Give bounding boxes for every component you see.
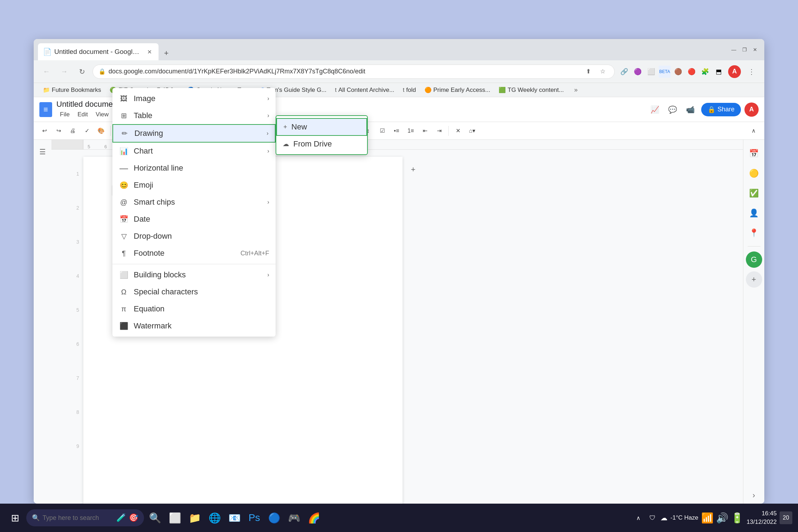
clear-format-button[interactable]: ✕ — [451, 124, 464, 137]
ext-red-icon[interactable]: 🔴 — [686, 66, 698, 78]
taskbar-app3-button[interactable]: 🌈 — [305, 509, 323, 527]
maps-sidebar-button[interactable]: 📍 — [746, 225, 762, 241]
share-button[interactable]: 🔒 Share — [701, 103, 741, 116]
menu-item-image[interactable]: 🖼 Image › — [112, 97, 276, 107]
battery-icon[interactable]: 🔋 — [731, 511, 744, 524]
tasks-sidebar-button[interactable]: ✅ — [746, 185, 762, 201]
contacts-sidebar-button[interactable]: 👤 — [746, 205, 762, 221]
tray-antivirus[interactable]: 🛡 — [646, 511, 659, 524]
menu-item-watermark[interactable]: ⬛ Watermark — [112, 317, 276, 334]
taskbar-edge-button[interactable]: 🌐 — [206, 509, 223, 527]
gemini-button[interactable]: G — [746, 251, 762, 268]
maximize-button[interactable]: ❐ — [739, 45, 749, 55]
bullet-list-button[interactable]: •≡ — [390, 124, 403, 137]
numbered-list-button[interactable]: 1≡ — [404, 124, 417, 137]
submenu-item-drive[interactable]: ☁ From Drive — [276, 136, 367, 152]
expand-sidebar-button[interactable]: › — [746, 487, 762, 504]
tray-weather[interactable]: ☁ — [660, 514, 667, 522]
bookmark-content[interactable]: t All Content Archive... — [332, 85, 398, 95]
activity-button[interactable]: 📈 — [648, 102, 662, 117]
hline-menu-icon: — — [119, 163, 129, 173]
menu-item-drawing[interactable]: ✏ Drawing › — [112, 124, 276, 143]
taskbar-app1-button[interactable]: 🔵 — [265, 509, 283, 527]
bookmark-button[interactable]: ☆ — [597, 66, 609, 78]
redo-button[interactable]: ↪ — [52, 124, 65, 137]
taskbar-view-button[interactable]: ⬜ — [166, 509, 184, 527]
paint-format-button[interactable]: 🎨 — [95, 124, 107, 137]
checklist-button[interactable]: ☑ — [376, 124, 389, 137]
start-button[interactable]: ⊞ — [6, 509, 24, 527]
bookmark-prime[interactable]: 🟠 Prime Early Access... — [421, 85, 494, 95]
ext-brown-icon[interactable]: 🟤 — [672, 66, 684, 78]
expand-button[interactable]: + — [406, 162, 420, 177]
menu-item-date[interactable]: 📅 Date — [112, 211, 276, 228]
outline-icon[interactable]: ☰ — [36, 145, 49, 158]
user-avatar[interactable]: A — [744, 102, 759, 117]
bookmark-tg[interactable]: 🟩 TG Weekly content... — [495, 85, 567, 95]
menu-item-emoji[interactable]: 😊 Emoji — [112, 177, 276, 194]
ext-purple-icon[interactable]: 🟣 — [632, 66, 644, 78]
print-button[interactable]: 🖨 — [66, 124, 79, 137]
notification-button[interactable]: 20 — [780, 511, 792, 524]
active-tab[interactable]: 📄 Untitled document - Google Doc ✕ — [38, 43, 159, 60]
menu-item-footnote[interactable]: ¶ Footnote Ctrl+Alt+F — [112, 245, 276, 262]
bookmark-fold[interactable]: t fold — [399, 85, 420, 95]
spell-check-button[interactable]: ✓ — [81, 124, 93, 137]
window-controls: — ❐ ✕ — [729, 45, 760, 55]
menu-item-specialchars[interactable]: Ω Special characters — [112, 283, 276, 300]
nav-forward-button[interactable]: → — [57, 65, 71, 79]
menu-item-smartchips[interactable]: @ Smart chips › — [112, 194, 276, 211]
taskbar-search-input[interactable] — [43, 514, 113, 522]
share-page-button[interactable]: ⬆ — [582, 66, 594, 78]
ext-sidebar-icon[interactable]: ⬒ — [713, 66, 725, 78]
menu-item-table[interactable]: ⊞ Table › — [112, 107, 276, 124]
taskbar-search[interactable]: 🔍 🧪 🎯 — [26, 509, 144, 526]
browser-menu-button[interactable]: ⋮ — [744, 65, 759, 79]
bookmark-future[interactable]: 📁 Future Bookmarks — [39, 85, 105, 95]
browser-profile-button[interactable]: A — [728, 65, 741, 78]
new-tab-button[interactable]: + — [159, 46, 173, 60]
comments-button[interactable]: 💬 — [666, 102, 680, 117]
taskbar-ps-button[interactable]: Ps — [245, 509, 263, 527]
volume-icon[interactable]: 🔊 — [716, 511, 729, 524]
bookmarks-more-button[interactable]: » — [569, 83, 583, 97]
menu-item-chart[interactable]: 📊 Chart › — [112, 143, 276, 160]
menu-item-buildingblocks[interactable]: ⬜ Building blocks › — [112, 266, 276, 283]
menu-item-equation[interactable]: π Equation — [112, 300, 276, 317]
add-sidebar-button[interactable]: + — [746, 271, 762, 288]
menu-edit[interactable]: Edit — [74, 110, 91, 120]
submenu-item-new[interactable]: + New — [276, 118, 367, 136]
taskbar-search-button[interactable]: 🔍 — [146, 509, 164, 527]
network-icon[interactable]: 📶 — [701, 511, 714, 524]
menu-file[interactable]: File — [56, 110, 73, 120]
address-bar[interactable]: 🔒 docs.google.com/document/d/1YrKpKEFer3… — [93, 65, 615, 79]
nav-refresh-button[interactable]: ↻ — [75, 65, 89, 79]
menu-view[interactable]: View — [92, 110, 112, 120]
emoji-menu-icon: 😊 — [119, 180, 129, 190]
tray-show-hidden[interactable]: ∧ — [632, 511, 645, 524]
ext-gray-icon[interactable]: ⬜ — [645, 66, 657, 78]
notes-sidebar-button[interactable]: 🟡 — [746, 165, 762, 182]
taskbar-app2-button[interactable]: 🎮 — [285, 509, 303, 527]
tab-close-button[interactable]: ✕ — [145, 48, 154, 56]
indent-less-button[interactable]: ⇤ — [419, 124, 431, 137]
ext-beta-icon[interactable]: BETA — [659, 66, 671, 78]
nav-back-button[interactable]: ← — [39, 65, 54, 79]
document-title[interactable]: Untitled document — [56, 100, 119, 109]
format-options-button[interactable]: ⌂▾ — [466, 124, 478, 137]
ext-chain-icon[interactable]: 🔗 — [618, 66, 630, 78]
taskbar-clock[interactable]: 16:45 13/12/2022 — [747, 509, 777, 526]
undo-button[interactable]: ↩ — [38, 124, 51, 137]
indent-more-button[interactable]: ⇥ — [433, 124, 445, 137]
sidebar-divider — [748, 246, 760, 246]
menu-item-dropdown[interactable]: ▽ Drop-down — [112, 228, 276, 245]
close-button[interactable]: ✕ — [750, 45, 760, 55]
taskbar-mail-button[interactable]: 📧 — [226, 509, 243, 527]
menu-item-hline[interactable]: — Horizontal line — [112, 160, 276, 177]
calendar-sidebar-button[interactable]: 📅 — [746, 145, 762, 162]
collapse-toolbar-button[interactable]: ∧ — [747, 124, 760, 137]
ext-puzzle-icon[interactable]: 🧩 — [699, 66, 711, 78]
taskbar-files-button[interactable]: 📁 — [186, 509, 204, 527]
minimize-button[interactable]: — — [729, 45, 739, 55]
meet-button[interactable]: 📹 — [683, 102, 698, 117]
